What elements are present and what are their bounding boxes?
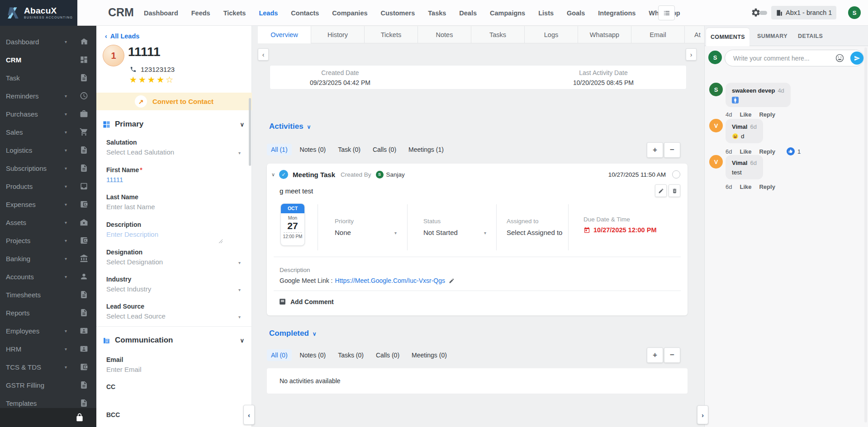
filter-meetings[interactable]: Meetings (1) xyxy=(404,144,448,155)
sidebar-item-products[interactable]: Products ▾ xyxy=(0,177,96,195)
nav-goals[interactable]: Goals xyxy=(567,9,585,17)
sidebar-item-logistics[interactable]: Logistics ▾ xyxy=(0,141,96,159)
sidebar-item-reports[interactable]: Reports xyxy=(0,304,96,322)
nav-tasks[interactable]: Tasks xyxy=(428,9,446,17)
field-placeholder[interactable]: Select Designation xyxy=(106,258,241,266)
communication-section-header[interactable]: Communication ∨ xyxy=(103,336,244,345)
chevron-down-icon[interactable]: ▾ xyxy=(394,230,397,235)
filter-notes[interactable]: Notes (0) xyxy=(296,144,330,155)
lock-icon[interactable] xyxy=(75,413,84,422)
filter-calls[interactable]: Calls (0) xyxy=(372,349,403,361)
user-avatar[interactable]: S xyxy=(848,6,861,19)
designation-field[interactable]: Designation Select Designation ▾ xyxy=(106,249,241,266)
sidebar-item-assets[interactable]: Assets ▾ xyxy=(0,213,96,231)
resize-handle-icon[interactable] xyxy=(218,239,223,244)
due-date-value[interactable]: 10/27/2025 12:00 PM xyxy=(583,226,656,234)
collapse-caret-icon[interactable]: ∨ xyxy=(271,172,275,178)
pencil-icon[interactable] xyxy=(449,278,455,284)
nav-tickets[interactable]: Tickets xyxy=(223,9,246,17)
star-icon[interactable]: ★ xyxy=(129,75,138,84)
filter-all[interactable]: All (1) xyxy=(267,144,292,155)
email-field[interactable]: Email Enter Email xyxy=(106,356,241,373)
sidebar-item-timesheets[interactable]: Timesheets xyxy=(0,286,96,304)
field-placeholder[interactable]: Select Lead Salutation xyxy=(106,148,241,156)
chevron-down-icon[interactable]: ▾ xyxy=(238,150,241,155)
tabs-scroll-left-button[interactable]: ‹ xyxy=(258,48,269,61)
chevron-down-icon[interactable]: ▾ xyxy=(238,287,241,292)
nav-deals[interactable]: Deals xyxy=(459,9,477,17)
sidebar-item-subscriptions[interactable]: Subscriptions ▾ xyxy=(0,159,96,177)
reply-button[interactable]: Reply xyxy=(759,148,775,155)
star-icon[interactable]: ★ xyxy=(147,75,157,84)
tab-history[interactable]: History xyxy=(311,26,365,43)
collapse-comments-panel-button[interactable]: › xyxy=(697,405,708,424)
chevron-down-icon[interactable]: ∨ xyxy=(240,337,244,344)
filter-task[interactable]: Task (0) xyxy=(334,144,365,155)
sidebar-item-task[interactable]: Task xyxy=(0,69,96,87)
sidebar-item-banking[interactable]: Banking ▾ xyxy=(0,249,96,267)
chevron-down-icon[interactable]: ▾ xyxy=(238,260,241,265)
nav-leads[interactable]: Leads xyxy=(259,9,278,17)
branch-selector[interactable]: Abx1 - branch 1 xyxy=(771,6,836,19)
scrollbar-thumb[interactable] xyxy=(249,98,251,166)
reply-button[interactable]: Reply xyxy=(759,111,775,118)
activities-section-header[interactable]: Activities∨ xyxy=(269,122,311,131)
nav-companies[interactable]: Companies xyxy=(332,9,367,17)
tab-logs[interactable]: Logs xyxy=(525,26,578,43)
back-to-all-leads-link[interactable]: ‹All Leads xyxy=(105,33,139,40)
scrollbar-track[interactable] xyxy=(864,47,867,422)
theme-toggle[interactable] xyxy=(751,8,767,18)
industry-field[interactable]: Industry Select Industry ▾ xyxy=(106,276,241,293)
tab-notes[interactable]: Notes xyxy=(418,26,471,43)
tab-whatsapp[interactable]: Whatsapp xyxy=(578,26,631,43)
tab-summary[interactable]: SUMMARY xyxy=(757,33,787,39)
field-placeholder[interactable]: Select Lead Source xyxy=(106,312,241,320)
like-button[interactable]: Like xyxy=(740,183,751,190)
filter-tasks[interactable]: Tasks (0) xyxy=(334,349,368,361)
tab-comments[interactable]: COMMENTS xyxy=(706,28,749,46)
sidebar-item-sales[interactable]: Sales ▾ xyxy=(0,123,96,141)
tab-overview[interactable]: Overview xyxy=(258,26,311,43)
sidebar-item-hrm[interactable]: HRM ▾ xyxy=(0,340,96,358)
star-icon[interactable]: ★ xyxy=(138,75,147,84)
send-comment-button[interactable] xyxy=(850,52,863,65)
tab-attachments[interactable]: At xyxy=(685,26,704,43)
meet-link[interactable]: Https://Meet.Google.Com/Iuc-Vxsr-Qgs xyxy=(335,277,446,284)
field-placeholder[interactable]: Enter Description xyxy=(106,230,241,238)
collapse-completed-button[interactable]: − xyxy=(664,347,680,363)
first-name-field[interactable]: First Name* 11111 xyxy=(106,166,241,183)
lead-source-field[interactable]: Lead Source Select Lead Source ▾ xyxy=(106,303,241,320)
salutation-field[interactable]: Salutation Select Lead Salutation ▾ xyxy=(106,139,241,156)
star-icon[interactable]: ★ xyxy=(157,75,166,84)
nav-lists[interactable]: Lists xyxy=(538,9,554,17)
star-half-icon[interactable]: ☆ xyxy=(166,75,175,84)
lead-phone-number[interactable]: 123123123 xyxy=(141,66,175,73)
sidebar-item-gstr-filling[interactable]: GSTR Filling xyxy=(0,376,96,394)
convert-to-contact-button[interactable]: ↗ Convert to Contact xyxy=(96,93,252,110)
tab-details[interactable]: DETAILS xyxy=(798,33,823,39)
nav-dashboard[interactable]: Dashboard xyxy=(144,9,178,17)
chevron-down-icon[interactable]: ▾ xyxy=(484,230,486,235)
primary-section-header[interactable]: Primary ∨ xyxy=(103,120,244,129)
lead-rating[interactable]: ★★★★☆ xyxy=(129,75,175,85)
sidebar-item-projects[interactable]: Projects ▾ xyxy=(0,231,96,249)
chevron-down-icon[interactable]: ▾ xyxy=(238,314,241,319)
filter-calls[interactable]: Calls (0) xyxy=(369,144,400,155)
tab-tickets[interactable]: Tickets xyxy=(365,26,418,43)
emoji-picker-icon[interactable] xyxy=(835,53,844,63)
comment-author[interactable]: Vimal xyxy=(732,123,747,130)
like-button[interactable]: Like xyxy=(740,148,751,155)
nav-campaigns[interactable]: Campaigns xyxy=(490,9,525,17)
complete-task-radio[interactable] xyxy=(672,170,680,178)
description-field[interactable]: Description Enter Description xyxy=(106,221,241,238)
field-placeholder[interactable]: Select Industry xyxy=(106,285,241,293)
like-button[interactable]: Like xyxy=(740,111,751,118)
assigned-to-select[interactable]: Select Assigned to xyxy=(507,229,562,236)
sidebar-item-crm[interactable]: CRM xyxy=(0,51,96,69)
completed-section-header[interactable]: Completed∨ xyxy=(269,329,317,338)
nav-integrations[interactable]: Integrations xyxy=(598,9,636,17)
tabs-scroll-right-button[interactable]: › xyxy=(686,48,697,61)
sidebar-item-purchases[interactable]: Purchases ▾ xyxy=(0,105,96,123)
field-placeholder[interactable]: Enter Email xyxy=(106,366,241,373)
sidebar-item-accounts[interactable]: Accounts ▾ xyxy=(0,267,96,286)
